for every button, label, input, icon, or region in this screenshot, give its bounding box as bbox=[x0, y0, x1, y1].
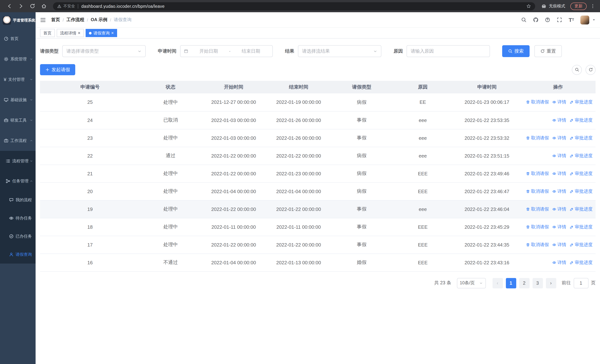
eye-icon bbox=[552, 171, 556, 176]
detail-link[interactable]: 详情 bbox=[552, 188, 566, 195]
cancel-leave-link[interactable]: 取消请假 bbox=[526, 242, 549, 248]
detail-link[interactable]: 详情 bbox=[552, 117, 566, 123]
detail-link[interactable]: 详情 bbox=[552, 224, 566, 230]
home-icon[interactable] bbox=[41, 3, 47, 9]
table-cell: 处理中 bbox=[140, 182, 201, 200]
sidebar-item-我的流程[interactable]: 我的流程 bbox=[0, 191, 36, 209]
breadcrumb-item[interactable]: 首页 bbox=[51, 17, 60, 23]
approval-progress-link[interactable]: 审批进度 bbox=[570, 117, 593, 123]
approval-progress-link[interactable]: 审批进度 bbox=[570, 188, 593, 195]
breadcrumb-item[interactable]: OA 示例 bbox=[91, 17, 107, 23]
apply-time-label: 申请时间 bbox=[158, 48, 176, 54]
back-icon[interactable] bbox=[7, 3, 12, 9]
forward-icon[interactable] bbox=[18, 3, 24, 9]
approval-progress-link[interactable]: 审批进度 bbox=[570, 152, 593, 159]
cancel-leave-link[interactable]: 取消请假 bbox=[526, 206, 549, 212]
column-header: 结束时间 bbox=[266, 81, 331, 93]
cancel-leave-link[interactable]: 取消请假 bbox=[526, 188, 549, 195]
tag-close-icon[interactable]: × bbox=[78, 30, 80, 36]
approval-progress-link[interactable]: 审批进度 bbox=[570, 99, 593, 105]
breadcrumb-item[interactable]: 工作流程 bbox=[66, 17, 84, 23]
page-button-3[interactable]: 3 bbox=[532, 278, 543, 288]
detail-link[interactable]: 详情 bbox=[552, 170, 566, 177]
search-icon[interactable] bbox=[521, 17, 527, 23]
page-button-2[interactable]: 2 bbox=[519, 278, 529, 288]
github-icon[interactable] bbox=[533, 17, 539, 23]
tag-首页[interactable]: 首页 bbox=[40, 29, 55, 37]
cancel-leave-link[interactable]: 取消请假 bbox=[526, 135, 549, 141]
logo-image bbox=[3, 16, 11, 25]
result-select[interactable]: 请选择流结果 bbox=[298, 45, 381, 57]
sidebar-item-支付管理[interactable]: ¥支付管理 bbox=[0, 69, 36, 90]
toolbar-refresh-button[interactable] bbox=[586, 65, 596, 75]
search-button[interactable]: 搜索 bbox=[502, 45, 530, 57]
address-bar[interactable]: 不安全 dashboard.yudao.iocoder.cn/bpm/oa/le… bbox=[53, 2, 535, 10]
eye-icon bbox=[552, 243, 556, 247]
table-cell: 2022-01-22 23:46:47 bbox=[453, 182, 521, 200]
edit-icon bbox=[570, 100, 574, 104]
tag-请假查询[interactable]: 请假查询× bbox=[86, 29, 117, 37]
sidebar-item-基础设施[interactable]: 基础设施 bbox=[0, 90, 36, 110]
edit-icon bbox=[570, 260, 574, 264]
leave-type-select[interactable]: 请选择请假类型 bbox=[62, 45, 146, 57]
approval-progress-link[interactable]: 审批进度 bbox=[570, 259, 593, 266]
help-icon[interactable] bbox=[545, 17, 551, 23]
page-button-1[interactable]: 1 bbox=[506, 278, 516, 288]
tags-bar: 首页流程详情×请假查询× bbox=[36, 28, 600, 38]
fontsize-icon[interactable]: TT bbox=[569, 17, 574, 23]
start-date-placeholder: 开始日期 bbox=[190, 48, 227, 54]
next-page-button[interactable]: › bbox=[546, 278, 556, 288]
approval-progress-link[interactable]: 审批进度 bbox=[570, 135, 593, 141]
detail-link[interactable]: 详情 bbox=[552, 242, 566, 248]
goto-page-input[interactable] bbox=[573, 278, 588, 288]
reason-input[interactable] bbox=[411, 48, 486, 54]
approval-progress-link[interactable]: 审批进度 bbox=[570, 224, 593, 230]
detail-link[interactable]: 详情 bbox=[552, 152, 566, 159]
sidebar-item-label: 请假查询 bbox=[16, 252, 36, 257]
detail-link[interactable]: 详情 bbox=[552, 99, 566, 105]
table-cell: 2022-01-22 00:00:00 bbox=[201, 165, 266, 182]
user-avatar[interactable] bbox=[580, 15, 589, 24]
sidebar-item-系统管理[interactable]: 系统管理 bbox=[0, 49, 36, 69]
approval-progress-link[interactable]: 审批进度 bbox=[570, 206, 593, 212]
tag-流程详情[interactable]: 流程详情× bbox=[57, 29, 84, 37]
sidebar-item-研发工具[interactable]: 研发工具 bbox=[0, 110, 36, 131]
approval-progress-link[interactable]: 审批进度 bbox=[570, 170, 593, 177]
apply-time-range-picker[interactable]: 开始日期 - 结束日期 bbox=[180, 45, 273, 57]
caret-down-icon[interactable] bbox=[592, 18, 596, 21]
create-leave-button[interactable]: 发起请假 bbox=[40, 64, 75, 75]
sidebar-item-已办任务[interactable]: 已办任务 bbox=[0, 227, 36, 245]
prev-page-button[interactable]: ‹ bbox=[492, 278, 503, 288]
fullscreen-icon[interactable] bbox=[557, 17, 562, 23]
browser-menu-icon[interactable] bbox=[590, 4, 595, 9]
toolbar-search-toggle-button[interactable] bbox=[572, 65, 582, 75]
trash-icon bbox=[526, 171, 530, 176]
tag-label: 流程详情 bbox=[60, 30, 76, 36]
reload-icon[interactable] bbox=[30, 3, 35, 9]
tag-close-icon[interactable]: × bbox=[111, 30, 114, 36]
table-cell: 已取消 bbox=[140, 111, 201, 129]
page-size-select[interactable]: 10条/页 bbox=[457, 278, 486, 288]
detail-link[interactable]: 详情 bbox=[552, 135, 566, 141]
reset-button[interactable]: 重置 bbox=[534, 45, 562, 57]
chevron-down-icon bbox=[30, 57, 33, 61]
table-cell: 通过 bbox=[140, 147, 201, 165]
table-cell: 2022-01-22 00:00:00 bbox=[266, 200, 331, 218]
sidebar-item-请假查询[interactable]: 请假查询 bbox=[0, 245, 36, 263]
table-row: 18处理中2022-01-11 00:00:002022-01-11 00:00… bbox=[40, 218, 596, 236]
detail-link[interactable]: 详情 bbox=[552, 206, 566, 212]
sidebar-item-任务管理[interactable]: 任务管理 bbox=[0, 171, 36, 191]
update-button[interactable]: 更新 bbox=[570, 2, 587, 10]
hamburger-icon[interactable] bbox=[40, 17, 46, 23]
sidebar-item-首页[interactable]: 首页 bbox=[0, 28, 36, 49]
bookmark-star-icon[interactable] bbox=[526, 4, 531, 9]
sidebar-item-流程管理[interactable]: 流程管理 bbox=[0, 151, 36, 171]
approval-progress-link[interactable]: 审批进度 bbox=[570, 242, 593, 248]
detail-link[interactable]: 详情 bbox=[552, 259, 566, 266]
cancel-leave-link[interactable]: 取消请假 bbox=[526, 224, 549, 230]
warning-icon[interactable] bbox=[57, 4, 62, 8]
sidebar-item-待办任务[interactable]: 待办任务 bbox=[0, 209, 36, 227]
sidebar-item-工作流程[interactable]: 工作流程 bbox=[0, 131, 36, 151]
cancel-leave-link[interactable]: 取消请假 bbox=[526, 170, 549, 177]
cancel-leave-link[interactable]: 取消请假 bbox=[526, 99, 549, 105]
